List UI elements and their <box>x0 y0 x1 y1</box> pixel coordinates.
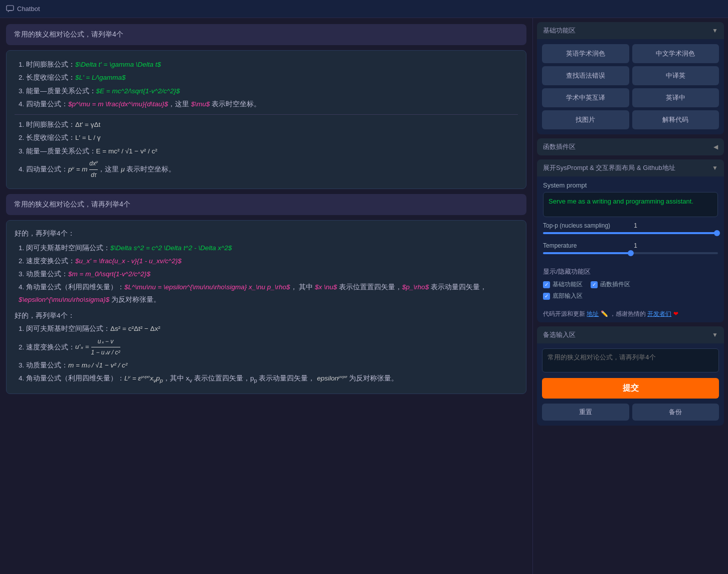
devs-link[interactable]: 开发者们 <box>647 310 671 317</box>
rendered-formula: epsilonμνpσ <box>317 374 347 382</box>
formula-pink: $u_x' = \frac{u_x - v}{1 - u_xv/c^2}$ <box>75 257 181 265</box>
chat-panel[interactable]: 常用的狭义相对论公式，请列举4个 1. 时间膨胀公式：$\Delta t' = … <box>0 18 532 574</box>
right-sidebar: 基础功能区 ▼ 英语学术润色 中文学术润色 查找语法错误 中译英 学术中英互译 … <box>532 18 728 574</box>
rendered-formula: u'ₓ = uₓ − v1 − uₓv / c² <box>75 343 120 350</box>
list-item: 2. 长度收缩公式：L′ = L / γ <box>19 132 518 144</box>
formula-green: $E = mc^2/\sqrt{1-v^2/c^2}$ <box>96 87 180 95</box>
basic-function-header[interactable]: 基础功能区 ▼ <box>537 22 724 39</box>
btn-english-polish[interactable]: 英语学术润色 <box>542 44 629 63</box>
checkbox-bottom-input[interactable]: ✓ 底部输入区 <box>543 292 583 300</box>
list-item: 3. 动质量公式：$m = m_0/\sqrt{1-v^2/c^2}$ <box>19 268 518 280</box>
btn-en-to-cn[interactable]: 英译中 <box>632 88 719 107</box>
assistant-message-1: 1. 时间膨胀公式：$\Delta t' = \gamma \Delta t$ … <box>6 50 526 189</box>
plugin-header[interactable]: 函数插件区 ◀ <box>537 138 724 155</box>
reset-button[interactable]: 重置 <box>542 404 629 421</box>
formula-green: $L' = L/\gamma$ <box>75 74 126 81</box>
btn-find-image[interactable]: 找图片 <box>542 110 629 129</box>
checkbox-bottom-box: ✓ <box>543 293 550 300</box>
formula-pink: $\mu$ <box>191 100 210 108</box>
list-item: 2. 长度收缩公式：$L' = L/\gamma$ <box>19 72 518 84</box>
list-item: 4. 四动量公式：pμ = m dxμdτ，这里 μ 表示时空坐标。 <box>19 158 518 180</box>
formula-pink: $\epsilon^{\mu\nu\rho\sigma}$ <box>19 296 109 303</box>
list-item: 2. 速度变换公式：u'ₓ = uₓ − v1 − uₓv / c² <box>19 336 518 358</box>
assistant-intro: 好的，再列举4个： <box>15 228 518 240</box>
rendered-formula: pμ = m dxμdτ <box>68 165 98 173</box>
backup-input-section: 备选输入区 ▼ 提交 重置 备份 <box>537 326 724 426</box>
system-prompt-value[interactable]: Serve me as a writing and programming as… <box>543 192 718 217</box>
chat-icon <box>6 5 14 13</box>
source-link[interactable]: 地址 <box>587 310 599 317</box>
btn-explain-code[interactable]: 解释代码 <box>632 110 719 129</box>
svg-rect-0 <box>7 6 14 11</box>
rendered-formula: L′ = L / γ <box>75 134 100 141</box>
chevron-down-icon-backup: ▼ <box>712 331 718 338</box>
temperature-value: 1 <box>627 242 637 249</box>
btn-cn-to-en[interactable]: 中译英 <box>632 66 719 85</box>
user-message-2: 常用的狭义相对论公式，请再列举4个 <box>6 194 526 215</box>
list-item: 3. 能量—质量关系公式：$E = mc^2/\sqrt{1-v^2/c^2}$ <box>19 85 518 97</box>
chevron-down-icon: ▼ <box>712 27 718 34</box>
temperature-label: Temperature <box>543 242 623 249</box>
rendered-formula: m = m₀ / √1 − v² / c² <box>68 361 127 369</box>
visibility-label: 显示/隐藏功能区 <box>543 267 718 276</box>
list-item: 1. 时间膨胀公式：$\Delta t' = \gamma \Delta t$ <box>19 59 518 71</box>
btn-grammar-check[interactable]: 查找语法错误 <box>542 66 629 85</box>
list-item: 2. 速度变换公式：$u_x' = \frac{u_x - v}{1 - u_x… <box>19 255 518 267</box>
checkbox-basic-box: ✓ <box>543 281 550 288</box>
top-p-row: Top-p (nucleus sampling) 1 <box>543 222 718 229</box>
pencil-icon: ✏️ <box>601 310 608 317</box>
list-item: 4. 角动量公式（利用四维矢量）：Lμ = εμνpσxvpp，其中 xv 表示… <box>19 372 518 386</box>
visibility-section: 显示/隐藏功能区 ✓ 基础功能区 ✓ 函数插件区 ✓ 底部输入区 <box>537 263 724 307</box>
formula-pink: $L^\mu\nu = \epsilon^{\mu\nu\rho\sigma} … <box>124 283 290 291</box>
plugin-section: 函数插件区 ◀ <box>537 138 724 155</box>
backup-textarea[interactable] <box>542 348 719 372</box>
list-item: 4. 角动量公式（利用四维矢量）：$L^\mu\nu = \epsilon^{\… <box>19 281 518 306</box>
btn-academic-translate[interactable]: 学术中英互译 <box>542 88 629 107</box>
divider <box>15 114 518 115</box>
source-link-area: 代码开源和更新 地址 ✏️ ，感谢热情的 开发者们 ❤ <box>537 307 724 322</box>
formula-green: $\Delta s^2 = c^2 \Delta t^2 - \Delta x^… <box>110 244 232 252</box>
btn-chinese-polish[interactable]: 中文学术润色 <box>632 44 719 63</box>
backup-input-content: 提交 <box>537 343 724 404</box>
user-message-1: 常用的狭义相对论公式，请列举4个 <box>6 24 526 45</box>
temperature-slider-track[interactable] <box>543 252 718 258</box>
checkbox-plugin[interactable]: ✓ 函数插件区 <box>591 280 630 289</box>
rendered-formula: Δs² = c²Δt² − Δx² <box>110 325 160 332</box>
extra-button[interactable]: 备份 <box>632 404 719 421</box>
submit-button[interactable]: 提交 <box>542 378 719 399</box>
assistant-message-2: 好的，再列举4个： 1. 闵可夫斯基时空间隔公式：$\Delta s^2 = c… <box>6 220 526 394</box>
list-item: 3. 能量—质量关系公式：E = mc² / √1 − v² / c² <box>19 145 518 157</box>
sysprompt-content: System prompt Serve me as a writing and … <box>537 176 724 263</box>
checkbox-row-1: ✓ 基础功能区 ✓ 函数插件区 <box>543 280 718 289</box>
assistant-outro: 好的，再列举4个： <box>15 310 518 322</box>
system-prompt-label: System prompt <box>543 181 718 189</box>
top-p-slider-track[interactable] <box>543 232 718 238</box>
rendered-formula: Lμ = εμνpσxvpp <box>124 374 163 382</box>
checkbox-plugin-box: ✓ <box>591 281 598 288</box>
checkbox-basic[interactable]: ✓ 基础功能区 <box>543 280 583 289</box>
checkbox-row-2: ✓ 底部输入区 <box>543 292 718 300</box>
basic-function-section: 基础功能区 ▼ 英语学术润色 中文学术润色 查找语法错误 中译英 学术中英互译 … <box>537 22 724 134</box>
sysprompt-header[interactable]: 展开SysPrompt & 交互界面布局 & Github地址 ▼ <box>537 159 724 176</box>
sysprompt-section: 展开SysPrompt & 交互界面布局 & Github地址 ▼ System… <box>537 159 724 322</box>
list-item: 4. 四动量公式：$p^\mu = m \frac{dx^\mu}{d\tau}… <box>19 98 518 110</box>
app-title: Chatbot <box>6 5 40 13</box>
formula-pink: $p^\mu = m \frac{dx^\mu}{d\tau}$ <box>68 100 168 108</box>
temperature-row: Temperature 1 <box>543 242 718 249</box>
rendered-formula: E = mc² / √1 − v² / c² <box>96 147 157 155</box>
bottom-buttons: 重置 备份 <box>537 404 724 426</box>
formula-pink: $p_\rho$ <box>402 283 429 291</box>
rendered-formula: μ <box>121 165 124 173</box>
rendered-formula: Δt′ = γΔt <box>75 121 100 128</box>
list-item: 3. 动质量公式：m = m₀ / √1 − v² / c² <box>19 359 518 371</box>
chevron-down-icon-sys: ▼ <box>712 164 718 171</box>
formula-pink: $x \nu$ <box>315 283 337 291</box>
backup-input-header[interactable]: 备选输入区 ▼ <box>537 326 724 343</box>
list-item: 1. 时间膨胀公式：Δt′ = γΔt <box>19 119 518 131</box>
top-p-value: 1 <box>627 222 637 229</box>
basic-function-grid: 英语学术润色 中文学术润色 查找语法错误 中译英 学术中英互译 英译中 找图片 … <box>537 39 724 134</box>
list-item: 1. 闵可夫斯基时空间隔公式：Δs² = c²Δt² − Δx² <box>19 323 518 335</box>
list-item: 1. 闵可夫斯基时空间隔公式：$\Delta s^2 = c^2 \Delta … <box>19 242 518 254</box>
heart-icon: ❤ <box>673 310 678 317</box>
main-layout: 常用的狭义相对论公式，请列举4个 1. 时间膨胀公式：$\Delta t' = … <box>0 18 728 574</box>
